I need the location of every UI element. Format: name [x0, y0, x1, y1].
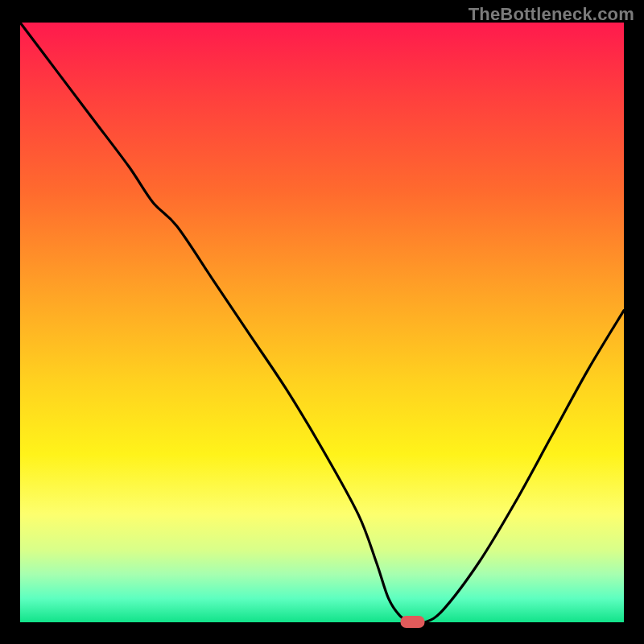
gradient-plot-area: [20, 23, 624, 622]
chart-frame: TheBottleneck.com: [0, 0, 644, 644]
attribution-text: TheBottleneck.com: [469, 4, 634, 25]
